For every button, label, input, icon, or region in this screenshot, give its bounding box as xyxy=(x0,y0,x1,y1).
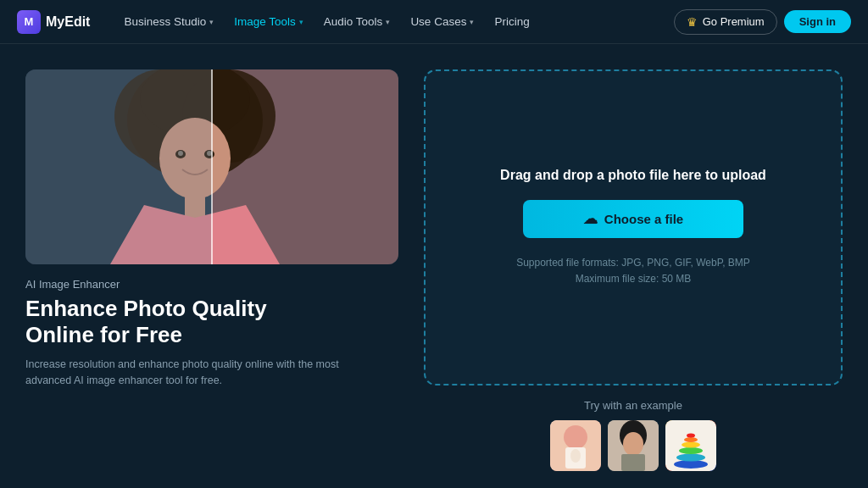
hero-image xyxy=(25,69,398,264)
upload-icon: ☁ xyxy=(583,210,598,228)
logo[interactable]: M MyEdit xyxy=(17,10,90,34)
hero-subtitle: AI Image Enhancer xyxy=(25,278,398,291)
chevron-down-icon: ▾ xyxy=(470,18,474,26)
crown-icon: ♛ xyxy=(687,15,698,29)
svg-point-16 xyxy=(564,425,587,449)
svg-rect-14 xyxy=(25,69,211,264)
svg-point-26 xyxy=(679,447,703,454)
upload-title: Drag and drop a photo file here to uploa… xyxy=(500,168,766,183)
example-thumbnail-3[interactable] xyxy=(665,420,716,471)
chevron-down-icon: ▾ xyxy=(299,18,303,26)
examples-label: Try with an example xyxy=(584,399,682,412)
nav-item-image-tools[interactable]: Image Tools ▾ xyxy=(225,10,312,33)
example-thumbnail-1[interactable] xyxy=(550,420,601,471)
nav-item-business-studio[interactable]: Business Studio ▾ xyxy=(115,10,222,33)
example-thumbnail-2[interactable] xyxy=(608,420,659,471)
hero-title: Enhance Photo Quality Online for Free xyxy=(25,296,398,348)
svg-point-18 xyxy=(570,449,581,463)
sign-in-button[interactable]: Sign in xyxy=(784,10,851,33)
examples-row xyxy=(550,420,716,471)
examples-section: Try with an example xyxy=(424,399,843,471)
nav-item-audio-tools[interactable]: Audio Tools ▾ xyxy=(315,10,399,33)
hero-description: Increase resolution and enhance photo qu… xyxy=(25,357,348,389)
left-panel: AI Image Enhancer Enhance Photo Quality … xyxy=(25,69,398,471)
svg-point-28 xyxy=(684,437,698,442)
go-premium-button[interactable]: ♛ Go Premium xyxy=(674,9,777,35)
chevron-down-icon: ▾ xyxy=(386,18,390,26)
svg-point-25 xyxy=(676,454,705,462)
svg-point-21 xyxy=(623,432,643,456)
svg-point-27 xyxy=(682,442,700,448)
nav-item-use-cases[interactable]: Use Cases ▾ xyxy=(402,10,482,33)
logo-icon: M xyxy=(17,10,41,34)
svg-point-29 xyxy=(687,434,695,438)
logo-text: MyEdit xyxy=(46,14,90,30)
navigation: M MyEdit Business Studio ▾ Image Tools ▾… xyxy=(0,0,868,44)
choose-file-button[interactable]: ☁ Choose a file xyxy=(523,200,743,238)
nav-right: ♛ Go Premium Sign in xyxy=(674,9,851,35)
hero-text: AI Image Enhancer Enhance Photo Quality … xyxy=(25,278,398,389)
svg-rect-22 xyxy=(621,454,645,471)
upload-info: Supported file formats: JPG, PNG, GIF, W… xyxy=(516,255,750,287)
right-panel: Drag and drop a photo file here to uploa… xyxy=(424,69,843,471)
nav-item-pricing[interactable]: Pricing xyxy=(486,10,537,33)
main-content: AI Image Enhancer Enhance Photo Quality … xyxy=(0,44,868,488)
nav-links: Business Studio ▾ Image Tools ▾ Audio To… xyxy=(115,10,673,33)
upload-drop-zone[interactable]: Drag and drop a photo file here to uploa… xyxy=(424,69,843,385)
chevron-down-icon: ▾ xyxy=(209,18,214,26)
